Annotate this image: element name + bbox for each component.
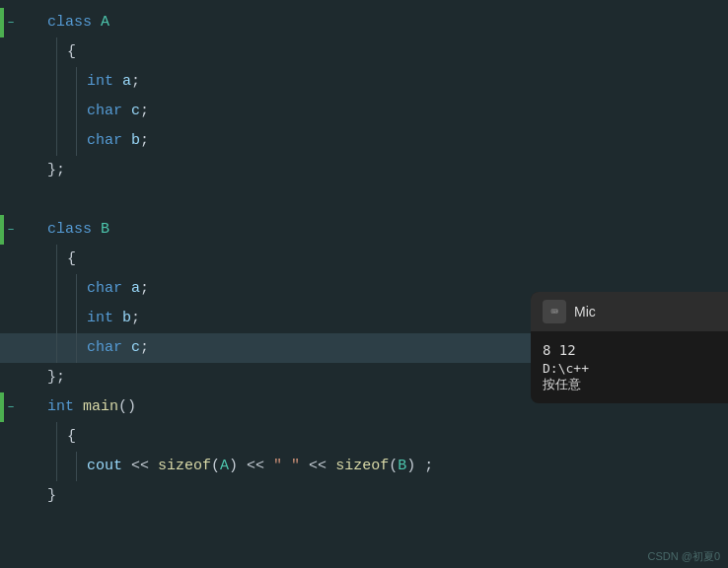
line-content: { <box>22 422 76 452</box>
token: << <box>122 458 158 474</box>
token: () <box>118 398 136 415</box>
token: { <box>67 428 76 445</box>
token: ; <box>140 103 149 119</box>
code-line: char b; <box>0 126 728 156</box>
token: ; <box>140 132 149 149</box>
terminal-body: 8 12 D:\c++ 按任意 <box>531 331 728 403</box>
code-line: cout << sizeof(A) << " " << sizeof(B) ; <box>0 452 728 481</box>
indent-guide <box>56 37 57 67</box>
terminal-popup: ⌨ Mic 8 12 D:\c++ 按任意 <box>531 292 728 403</box>
code-line: { <box>0 422 728 452</box>
token: sizeof <box>335 458 389 474</box>
indent-guide <box>76 304 77 333</box>
code-line: −class A <box>0 8 728 37</box>
token: ) << <box>229 458 273 474</box>
token: b <box>122 310 131 326</box>
token: class <box>47 14 101 31</box>
line-content: char c; <box>22 97 149 126</box>
token: a <box>122 73 131 90</box>
token: ( <box>211 458 220 474</box>
token: } <box>47 487 56 504</box>
indent-guide <box>76 126 77 156</box>
mic-icon: ⌨ <box>550 305 557 320</box>
code-line: char c; <box>0 97 728 126</box>
watermark: CSDN @初夏0 <box>647 549 720 564</box>
terminal-line-1: 8 12 <box>543 339 716 361</box>
token: sizeof <box>158 458 211 474</box>
line-content: int b; <box>22 304 140 333</box>
token: << <box>300 458 335 474</box>
line-content: { <box>22 37 76 67</box>
green-bar <box>0 215 4 245</box>
indent-guide <box>76 274 77 304</box>
green-bar <box>0 392 4 422</box>
line-content: char c; <box>22 333 149 363</box>
token: ; <box>140 280 149 297</box>
indent-guide <box>56 245 57 274</box>
terminal-title: Mic <box>574 304 596 320</box>
indent-guide <box>56 452 57 481</box>
indent-guide <box>76 333 77 363</box>
terminal-header: ⌨ Mic <box>531 292 728 331</box>
line-content: int a; <box>22 67 140 97</box>
code-line: } <box>0 481 728 511</box>
token: c <box>131 339 140 356</box>
code-line: { <box>0 245 728 274</box>
indent-guide <box>56 97 57 126</box>
token: cout <box>87 458 122 474</box>
token: int <box>87 73 122 90</box>
token: }; <box>47 369 65 386</box>
token: class <box>47 221 101 238</box>
token: char <box>87 103 131 119</box>
line-content: }; <box>22 156 65 185</box>
token: char <box>87 132 131 149</box>
line-content: char b; <box>22 126 149 156</box>
code-line: { <box>0 37 728 67</box>
indent-guide <box>56 67 57 97</box>
green-bar <box>0 8 4 37</box>
token: " " <box>273 458 300 474</box>
token: main <box>83 398 118 415</box>
token: ( <box>389 458 398 474</box>
token: ; <box>131 310 140 326</box>
token: char <box>87 280 131 297</box>
token: }; <box>47 162 65 178</box>
line-content: class A <box>22 8 109 37</box>
indent-guide <box>56 333 57 363</box>
token: b <box>131 132 140 149</box>
indent-guide <box>76 452 77 481</box>
indent-guide <box>56 126 57 156</box>
token: int <box>87 310 122 326</box>
indent-guide <box>56 422 57 452</box>
token: int <box>47 398 83 415</box>
fold-icon[interactable]: − <box>8 402 15 413</box>
token: char <box>87 339 131 356</box>
token: B <box>398 458 406 474</box>
token: c <box>131 103 140 119</box>
token: ; <box>140 339 149 356</box>
code-line: }; <box>0 156 728 185</box>
token: a <box>131 280 140 297</box>
token: { <box>67 43 76 60</box>
code-line: int a; <box>0 67 728 97</box>
terminal-line-2: D:\c++ <box>543 361 716 376</box>
token: { <box>67 250 76 267</box>
fold-icon[interactable]: − <box>8 225 15 236</box>
fold-icon[interactable]: − <box>8 18 15 29</box>
indent-guide <box>76 67 77 97</box>
code-line: −class B <box>0 215 728 245</box>
code-editor: −class A{int a;char c;char b;};−class B{… <box>0 0 728 568</box>
token: ) ; <box>406 458 433 474</box>
indent-guide <box>56 274 57 304</box>
token: A <box>220 458 229 474</box>
code-area: −class A{int a;char c;char b;};−class B{… <box>0 0 728 519</box>
line-content: char a; <box>22 274 149 304</box>
line-content: }; <box>22 363 65 392</box>
indent-guide <box>56 304 57 333</box>
indent-guide <box>76 97 77 126</box>
token: B <box>101 221 109 238</box>
code-line <box>0 185 728 215</box>
line-content: { <box>22 245 76 274</box>
terminal-icon: ⌨ <box>543 300 566 323</box>
terminal-line-3: 按任意 <box>543 376 716 393</box>
